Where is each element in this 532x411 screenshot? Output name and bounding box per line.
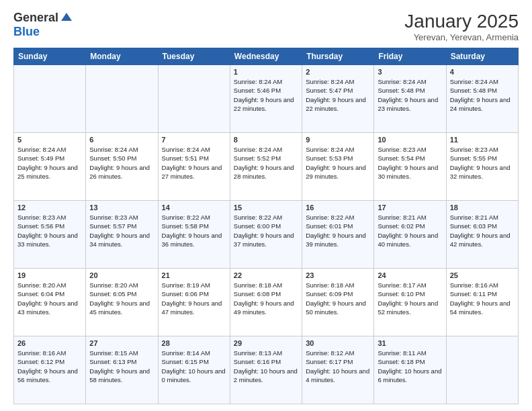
day-info: Sunrise: 8:22 AMSunset: 6:00 PMDaylight:… [234, 213, 298, 248]
day-cell [86, 65, 158, 133]
day-number: 16 [306, 203, 370, 212]
day-number: 4 [450, 68, 515, 76]
day-header-tuesday: Tuesday [158, 48, 230, 65]
day-number: 28 [162, 339, 226, 347]
day-number: 21 [162, 271, 226, 279]
day-number: 20 [89, 271, 154, 279]
day-info: Sunrise: 8:17 AMSunset: 6:10 PMDaylight:… [378, 281, 442, 316]
week-row-2: 5Sunrise: 8:24 AMSunset: 5:49 PMDaylight… [14, 133, 519, 201]
day-info: Sunrise: 8:21 AMSunset: 6:03 PMDaylight:… [450, 213, 515, 248]
day-number: 17 [378, 203, 442, 212]
day-info: Sunrise: 8:21 AMSunset: 6:02 PMDaylight:… [378, 213, 442, 248]
day-info: Sunrise: 8:23 AMSunset: 5:57 PMDaylight:… [89, 213, 154, 248]
day-number: 6 [89, 136, 154, 144]
day-cell: 11Sunrise: 8:23 AMSunset: 5:55 PMDayligh… [446, 133, 518, 201]
day-info: Sunrise: 8:24 AMSunset: 5:50 PMDaylight:… [89, 145, 154, 181]
day-info: Sunrise: 8:24 AMSunset: 5:46 PMDaylight:… [234, 77, 298, 113]
day-cell [446, 336, 518, 404]
day-number: 15 [234, 203, 298, 212]
day-cell: 5Sunrise: 8:24 AMSunset: 5:49 PMDaylight… [14, 133, 86, 201]
logo: General Blue [13, 11, 73, 39]
day-cell: 22Sunrise: 8:18 AMSunset: 6:08 PMDayligh… [230, 269, 302, 336]
location: Yerevan, Yerevan, Armenia [404, 32, 519, 42]
day-number: 12 [17, 203, 82, 212]
day-cell: 9Sunrise: 8:24 AMSunset: 5:53 PMDaylight… [302, 133, 374, 201]
calendar-header-row: SundayMondayTuesdayWednesdayThursdayFrid… [14, 48, 519, 65]
day-info: Sunrise: 8:16 AMSunset: 6:12 PMDaylight:… [17, 349, 82, 384]
day-cell: 6Sunrise: 8:24 AMSunset: 5:50 PMDaylight… [86, 133, 158, 201]
day-info: Sunrise: 8:11 AMSunset: 6:18 PMDaylight:… [378, 349, 442, 384]
day-info: Sunrise: 8:24 AMSunset: 5:53 PMDaylight:… [306, 145, 370, 181]
day-number: 22 [234, 271, 298, 279]
day-number: 8 [234, 136, 298, 144]
header-right: January 2025 Yerevan, Yerevan, Armenia [404, 11, 519, 42]
day-cell: 31Sunrise: 8:11 AMSunset: 6:18 PMDayligh… [374, 336, 446, 404]
day-cell: 26Sunrise: 8:16 AMSunset: 6:12 PMDayligh… [14, 336, 86, 404]
day-header-saturday: Saturday [446, 48, 518, 65]
day-number: 30 [306, 339, 370, 347]
day-cell: 8Sunrise: 8:24 AMSunset: 5:52 PMDaylight… [230, 133, 302, 201]
page: General Blue January 2025 Yerevan, Yerev… [0, 0, 532, 411]
day-number: 26 [17, 339, 82, 347]
day-cell [14, 65, 86, 133]
day-cell: 20Sunrise: 8:20 AMSunset: 6:05 PMDayligh… [86, 269, 158, 336]
calendar: SundayMondayTuesdayWednesdayThursdayFrid… [13, 48, 519, 404]
day-info: Sunrise: 8:24 AMSunset: 5:47 PMDaylight:… [306, 77, 370, 113]
day-cell: 29Sunrise: 8:13 AMSunset: 6:16 PMDayligh… [230, 336, 302, 404]
day-info: Sunrise: 8:14 AMSunset: 6:15 PMDaylight:… [162, 349, 226, 384]
day-info: Sunrise: 8:13 AMSunset: 6:16 PMDaylight:… [234, 349, 298, 384]
day-info: Sunrise: 8:22 AMSunset: 5:58 PMDaylight:… [162, 213, 226, 248]
day-number: 2 [306, 68, 370, 76]
day-number: 9 [306, 136, 370, 144]
logo-blue-text: Blue [13, 25, 40, 39]
day-number: 3 [378, 68, 442, 76]
day-cell: 4Sunrise: 8:24 AMSunset: 5:48 PMDaylight… [446, 65, 518, 133]
day-number: 29 [234, 339, 298, 347]
day-number: 27 [89, 339, 154, 347]
day-cell: 13Sunrise: 8:23 AMSunset: 5:57 PMDayligh… [86, 201, 158, 269]
day-cell: 21Sunrise: 8:19 AMSunset: 6:06 PMDayligh… [158, 269, 230, 336]
day-info: Sunrise: 8:24 AMSunset: 5:48 PMDaylight:… [450, 77, 515, 113]
day-cell: 24Sunrise: 8:17 AMSunset: 6:10 PMDayligh… [374, 269, 446, 336]
day-cell: 2Sunrise: 8:24 AMSunset: 5:47 PMDaylight… [302, 65, 374, 133]
day-cell: 10Sunrise: 8:23 AMSunset: 5:54 PMDayligh… [374, 133, 446, 201]
day-info: Sunrise: 8:24 AMSunset: 5:51 PMDaylight:… [162, 145, 226, 181]
day-cell: 28Sunrise: 8:14 AMSunset: 6:15 PMDayligh… [158, 336, 230, 404]
day-number: 19 [17, 271, 82, 279]
day-info: Sunrise: 8:24 AMSunset: 5:49 PMDaylight:… [17, 145, 82, 181]
day-header-thursday: Thursday [302, 48, 374, 65]
day-cell: 17Sunrise: 8:21 AMSunset: 6:02 PMDayligh… [374, 201, 446, 269]
day-number: 25 [450, 271, 515, 279]
logo-icon [60, 11, 73, 25]
day-info: Sunrise: 8:20 AMSunset: 6:04 PMDaylight:… [17, 281, 82, 316]
day-info: Sunrise: 8:24 AMSunset: 5:48 PMDaylight:… [378, 77, 442, 113]
day-cell [158, 65, 230, 133]
day-cell: 7Sunrise: 8:24 AMSunset: 5:51 PMDaylight… [158, 133, 230, 201]
day-number: 18 [450, 203, 515, 212]
day-cell: 1Sunrise: 8:24 AMSunset: 5:46 PMDaylight… [230, 65, 302, 133]
day-cell: 16Sunrise: 8:22 AMSunset: 6:01 PMDayligh… [302, 201, 374, 269]
day-info: Sunrise: 8:12 AMSunset: 6:17 PMDaylight:… [306, 349, 370, 384]
day-header-sunday: Sunday [14, 48, 86, 65]
day-number: 13 [89, 203, 154, 212]
day-info: Sunrise: 8:24 AMSunset: 5:52 PMDaylight:… [234, 145, 298, 181]
day-info: Sunrise: 8:20 AMSunset: 6:05 PMDaylight:… [89, 281, 154, 316]
header: General Blue January 2025 Yerevan, Yerev… [13, 11, 519, 42]
logo-general-text: General [13, 11, 58, 25]
day-info: Sunrise: 8:18 AMSunset: 6:09 PMDaylight:… [306, 281, 370, 316]
week-row-5: 26Sunrise: 8:16 AMSunset: 6:12 PMDayligh… [14, 336, 519, 404]
day-header-monday: Monday [86, 48, 158, 65]
day-info: Sunrise: 8:23 AMSunset: 5:54 PMDaylight:… [378, 145, 442, 181]
day-number: 31 [378, 339, 442, 347]
day-number: 7 [162, 136, 226, 144]
day-info: Sunrise: 8:19 AMSunset: 6:06 PMDaylight:… [162, 281, 226, 316]
day-cell: 3Sunrise: 8:24 AMSunset: 5:48 PMDaylight… [374, 65, 446, 133]
day-cell: 12Sunrise: 8:23 AMSunset: 5:56 PMDayligh… [14, 201, 86, 269]
day-cell: 19Sunrise: 8:20 AMSunset: 6:04 PMDayligh… [14, 269, 86, 336]
day-info: Sunrise: 8:23 AMSunset: 5:56 PMDaylight:… [17, 213, 82, 248]
day-number: 23 [306, 271, 370, 279]
day-info: Sunrise: 8:16 AMSunset: 6:11 PMDaylight:… [450, 281, 515, 316]
day-cell: 23Sunrise: 8:18 AMSunset: 6:09 PMDayligh… [302, 269, 374, 336]
day-number: 10 [378, 136, 442, 144]
day-number: 5 [17, 136, 82, 144]
